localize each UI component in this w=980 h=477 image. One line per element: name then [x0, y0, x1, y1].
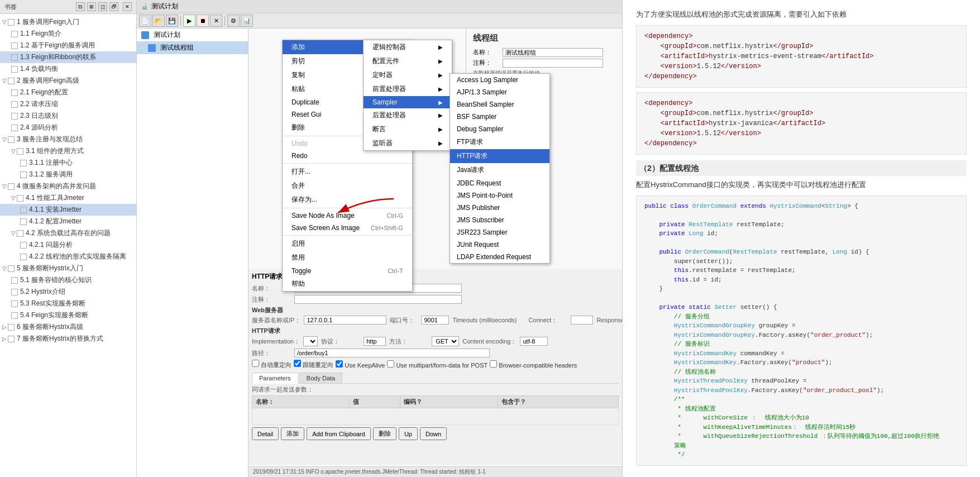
- context-menu-enable[interactable]: 启用: [283, 237, 412, 251]
- toolbar-save-btn[interactable]: 💾: [166, 15, 178, 27]
- sampler-ajp[interactable]: AJP/1.3 Sampler: [450, 86, 549, 98]
- sidebar-close-btn[interactable]: ✕: [123, 2, 132, 11]
- toolbar-run-btn[interactable]: ▶: [183, 15, 195, 27]
- protocol-input[interactable]: [364, 337, 386, 346]
- context-menu-merge[interactable]: 合并: [283, 179, 412, 193]
- context-menu-disable[interactable]: 禁用: [283, 251, 412, 265]
- sidebar-item-s2-2[interactable]: 2.2 请求压缩: [0, 98, 136, 110]
- method-select[interactable]: GET: [432, 336, 459, 346]
- toolbar-log-btn[interactable]: 📊: [241, 15, 253, 27]
- auto-redirect-cb[interactable]: [252, 360, 259, 367]
- sidebar-ctrl-btn-1[interactable]: ⊟: [76, 2, 85, 11]
- submenu-listener[interactable]: 监听器 ▶: [364, 136, 452, 150]
- context-menu-help[interactable]: 帮助: [283, 277, 412, 291]
- checkbox-s5-2[interactable]: [11, 289, 18, 295]
- checkbox-s2-1[interactable]: [11, 89, 18, 96]
- submenu-pre-processor[interactable]: 前置处理器 ▶: [364, 82, 452, 96]
- jmeter-tree-threadgroup[interactable]: 测试线程组: [137, 41, 248, 54]
- down-btn[interactable]: Down: [420, 427, 447, 440]
- checkbox-s2-4[interactable]: [11, 125, 18, 131]
- sidebar-item-s1-4[interactable]: 1.4 负载均衡: [0, 63, 136, 75]
- sampler-ftp[interactable]: FTP请求: [450, 135, 549, 149]
- sampler-jms-publisher[interactable]: JMS Publisher: [450, 202, 549, 214]
- jmeter-tree-testplan[interactable]: 测试计划: [137, 28, 248, 41]
- sidebar-item-s5-2[interactable]: 5.2 Hystrix介绍: [0, 286, 136, 298]
- sidebar-item-s4[interactable]: ▽ 4 微服务架构的高并发问题: [0, 180, 136, 192]
- sidebar-item-s5-3[interactable]: 5.3 Rest实现服务熔断: [0, 298, 136, 309]
- context-menu-save-as[interactable]: 保存为...: [283, 193, 412, 207]
- submenu-timer[interactable]: 定时器 ▶: [364, 68, 452, 82]
- redirect-follow-cb[interactable]: [294, 360, 301, 367]
- checkbox-s1-4[interactable]: [11, 66, 18, 73]
- sampler-bsf[interactable]: BSF Sampler: [450, 111, 549, 123]
- sidebar-item-s7[interactable]: ▷ 7 服务熔断Hystrix的替换方式: [0, 333, 136, 345]
- sidebar-ctrl-btn-2[interactable]: ⊞: [87, 2, 96, 11]
- context-menu-save-screen[interactable]: Save Screen As Image Ctrl+Shift-G: [283, 222, 412, 234]
- checkbox-s7[interactable]: [8, 336, 15, 342]
- checkbox-s2[interactable]: [8, 78, 15, 84]
- checkbox-s3-1[interactable]: [17, 148, 23, 155]
- port-input[interactable]: [421, 316, 449, 325]
- sidebar-item-s2-4[interactable]: 2.4 源码分析: [0, 122, 136, 133]
- http-comment-input[interactable]: [294, 295, 462, 304]
- checkbox-s4-1-1[interactable]: [20, 207, 27, 213]
- checkbox-s5[interactable]: [8, 265, 15, 272]
- sidebar-item-s3-1-2[interactable]: 3.1.2 服务调用: [0, 169, 136, 180]
- sampler-jsr223[interactable]: JSR223 Sampler: [450, 226, 549, 238]
- context-menu-open[interactable]: 打开...: [283, 165, 412, 179]
- sidebar-ctrl-btn-4[interactable]: 🗗: [109, 2, 118, 11]
- sampler-junit[interactable]: JUnit Request: [450, 238, 549, 251]
- sidebar-item-s3[interactable]: ▽ 3 服务注册与发现总结: [0, 133, 136, 145]
- sidebar-item-s2-1[interactable]: 2.1 Feign的配置: [0, 87, 136, 98]
- sidebar-item-s2-3[interactable]: 2.3 日志级别: [0, 110, 136, 122]
- sidebar-item-s1[interactable]: ▽ 1 服务调用Feign入门: [0, 16, 136, 28]
- toolbar-stop-btn[interactable]: ⏹: [197, 15, 209, 27]
- checkbox-s5-1[interactable]: [11, 277, 18, 284]
- add-clipboard-btn[interactable]: Add from Clipboard: [307, 427, 371, 440]
- toolbar-clear-btn[interactable]: ✕: [210, 15, 222, 27]
- submenu-logic-ctrl[interactable]: 逻辑控制器 ▶: [364, 40, 452, 54]
- path-input[interactable]: [294, 349, 490, 357]
- thread-comment-input[interactable]: [503, 59, 603, 68]
- context-menu-redo[interactable]: Redo: [283, 150, 412, 162]
- sidebar-item-s1-1[interactable]: 1.1 Feign简介: [0, 28, 136, 40]
- tab-parameters[interactable]: Parameters: [252, 373, 298, 384]
- sidebar-item-s5[interactable]: ▽ 5 服务熔断Hystrix入门: [0, 263, 136, 274]
- add-param-btn[interactable]: 添加: [281, 427, 304, 440]
- checkbox-s4-1[interactable]: [17, 195, 23, 202]
- thread-name-input[interactable]: [503, 48, 603, 57]
- sidebar-item-s1-2[interactable]: 1.2 基于Feign的服务调用: [0, 40, 136, 51]
- server-input[interactable]: [304, 316, 386, 325]
- checkbox-s1-3[interactable]: [11, 54, 18, 61]
- sidebar-item-s3-1-1[interactable]: 3.1.1 注册中心: [0, 157, 136, 169]
- submenu-sampler[interactable]: Sampler ▶: [364, 96, 452, 108]
- browser-headers-cb[interactable]: [490, 360, 497, 368]
- checkbox-s2-2[interactable]: [11, 101, 18, 108]
- context-menu-save-node[interactable]: Save Node As Image Ctrl-G: [283, 209, 412, 222]
- sidebar-item-s4-2[interactable]: ▽ 4.2 系统负载过高存在的问题: [0, 227, 136, 239]
- sidebar-item-s4-2-1[interactable]: 4.2.1 问题分析: [0, 239, 136, 251]
- checkbox-s3[interactable]: [8, 136, 15, 143]
- sampler-access-log[interactable]: Access Log Sampler: [450, 74, 549, 86]
- submenu-post-processor[interactable]: 后置处理器 ▶: [364, 108, 452, 122]
- sampler-beanshell[interactable]: BeanShell Sampler: [450, 98, 549, 111]
- sidebar-item-s2[interactable]: ▽ 2 服务调用Feign高级: [0, 75, 136, 87]
- submenu-config[interactable]: 配置元件 ▶: [364, 54, 452, 68]
- checkbox-s1-2[interactable]: [11, 42, 18, 49]
- checkbox-s4-2-1[interactable]: [20, 242, 27, 249]
- sampler-java[interactable]: Java请求: [450, 163, 549, 177]
- keepalive-cb[interactable]: [336, 360, 343, 368]
- connect-input[interactable]: [571, 316, 593, 325]
- sidebar-ctrl-btn-3[interactable]: ◫: [98, 2, 107, 11]
- submenu-assertion[interactable]: 断言 ▶: [364, 122, 452, 136]
- multipart-label[interactable]: Use multipart/form-data for POST: [387, 360, 487, 369]
- sampler-jms-point[interactable]: JMS Point-to-Point: [450, 189, 549, 202]
- implementation-select[interactable]: [303, 336, 318, 346]
- checkbox-s4-2-2[interactable]: [20, 254, 27, 260]
- checkbox-s1[interactable]: [8, 19, 15, 26]
- sampler-debug[interactable]: Debug Sampler: [450, 123, 549, 135]
- toolbar-settings-btn[interactable]: ⚙: [227, 15, 240, 27]
- sidebar-item-s4-1[interactable]: ▽ 4.1 性能工具Jmeter: [0, 192, 136, 204]
- auto-redirect-label[interactable]: 自动重定向: [252, 360, 291, 369]
- sampler-ldap[interactable]: LDAP Extended Request: [450, 251, 549, 263]
